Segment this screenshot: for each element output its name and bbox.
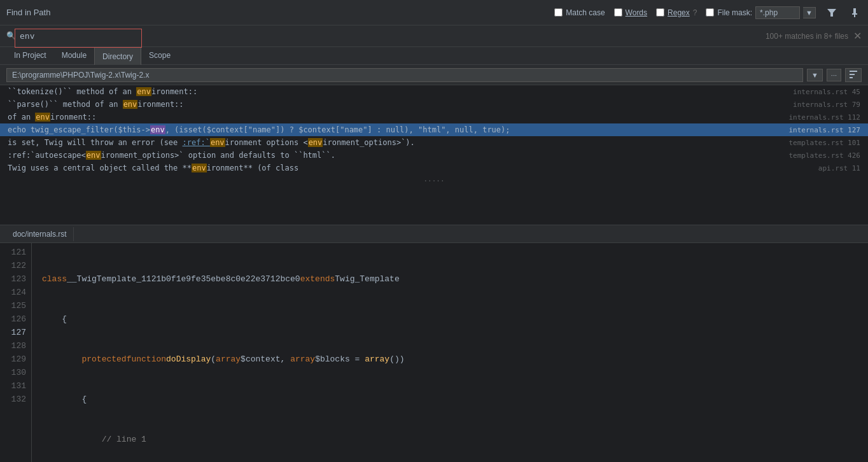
env-match: env: [308, 138, 323, 147]
env-match: env: [210, 138, 225, 147]
results-dots: .....: [0, 174, 868, 185]
result-location: internals.rst 45: [793, 88, 860, 96]
result-row[interactable]: of an environment:: internals.rst 112: [0, 111, 868, 123]
result-text: Twig uses a central object called the **…: [8, 164, 812, 172]
search-icon: 🔍: [6, 31, 16, 41]
env-match: env: [123, 100, 138, 109]
result-text: ``parse()`` method of an environment::: [8, 100, 787, 109]
pin-icon: [850, 8, 859, 17]
match-count: 100+ matches in 8+ files: [766, 32, 848, 41]
code-area[interactable]: class __TwigTemplate_1121b0f1e9fe35ebe8c…: [32, 243, 868, 462]
tab-scope[interactable]: Scope: [141, 47, 178, 65]
svg-rect-4: [850, 71, 857, 72]
svg-rect-3: [854, 15, 855, 17]
env-match: env: [136, 87, 151, 96]
regex-checkbox[interactable]: [656, 8, 664, 17]
directory-extra-button[interactable]: ···: [827, 69, 841, 81]
line-num: 123: [8, 272, 26, 286]
directory-input[interactable]: [6, 68, 803, 82]
pin-icon-btn[interactable]: [848, 7, 862, 18]
toolbar-title: Find in Path: [6, 8, 50, 17]
result-row[interactable]: ``parse()`` method of an environment:: i…: [0, 98, 868, 111]
match-case-checkbox[interactable]: [554, 8, 563, 17]
result-row[interactable]: ``tokenize()`` method of an environment:…: [0, 85, 868, 98]
regex-label: Regex: [668, 8, 690, 17]
words-checkbox[interactable]: [614, 8, 622, 17]
code-line-122: {: [42, 312, 868, 326]
match-case-label: Match case: [566, 8, 605, 17]
code-line-123: protected function doDisplay(array $cont…: [42, 353, 868, 366]
editor-tab[interactable]: doc/internals.rst: [6, 227, 74, 241]
search-bar: 🔍 100+ matches in 8+ files ✕: [0, 25, 868, 47]
env-match: env: [86, 151, 101, 160]
search-input-wrap: [20, 31, 766, 41]
svg-rect-1: [853, 8, 856, 13]
line-num: 122: [8, 259, 26, 272]
filter-icon: [827, 8, 836, 17]
close-search-button[interactable]: ✕: [853, 31, 862, 41]
result-row[interactable]: is set, Twig will throw an error (see :r…: [0, 136, 868, 149]
code-line-121: class __TwigTemplate_1121b0f1e9fe35ebe8c…: [42, 272, 868, 286]
result-location: api.rst 11: [818, 164, 860, 172]
regex-option[interactable]: Regex ?: [656, 8, 697, 17]
file-mask-checkbox[interactable]: [706, 8, 714, 17]
editor-tab-bar: doc/internals.rst: [0, 225, 868, 243]
file-mask-option: File mask: ▼: [706, 6, 816, 19]
directory-dropdown-button[interactable]: ▼: [807, 69, 823, 81]
result-location: templates.rst 101: [788, 139, 860, 147]
results-panel[interactable]: ``tokenize()`` method of an environment:…: [0, 85, 868, 225]
result-location: internals.rst 112: [788, 113, 860, 122]
regex-question: ?: [693, 8, 697, 17]
result-text: is set, Twig will throw an error (see :r…: [8, 138, 782, 147]
result-location: internals.rst 127: [788, 126, 860, 134]
result-text: ``tokenize()`` method of an environment:…: [8, 87, 787, 96]
result-text: echo twig_escape_filter($this->env, (iss…: [8, 125, 782, 134]
result-location: templates.rst 426: [788, 151, 860, 160]
env-match-selected: env: [150, 125, 165, 134]
directory-tree-button[interactable]: [845, 68, 862, 82]
file-mask-label-text: File mask:: [717, 8, 752, 17]
search-input[interactable]: [20, 31, 766, 41]
svg-rect-2: [852, 13, 857, 15]
code-line-124: {: [42, 393, 868, 406]
svg-rect-6: [850, 77, 853, 78]
svg-rect-5: [850, 74, 855, 75]
code-line-125: // line 1: [42, 433, 868, 446]
toolbar-options: Match case Words Regex ? File mask: ▼: [554, 6, 862, 19]
env-match: env: [192, 164, 207, 172]
line-num: 127: [8, 326, 26, 339]
tab-directory[interactable]: Directory: [94, 47, 141, 65]
filter-icon-btn[interactable]: [825, 7, 839, 18]
tab-in-project[interactable]: In Project: [6, 47, 54, 65]
result-text: of an environment::: [8, 113, 782, 122]
file-mask-dropdown-btn[interactable]: ▼: [803, 7, 816, 18]
line-num: 132: [8, 393, 26, 406]
line-num: 128: [8, 339, 26, 353]
result-text: :ref:`autoescape<environment_options>` o…: [8, 151, 782, 160]
svg-marker-0: [827, 9, 836, 17]
line-num: 130: [8, 366, 26, 379]
line-num: 131: [8, 379, 26, 393]
match-case-option[interactable]: Match case: [554, 8, 605, 17]
words-option[interactable]: Words: [614, 8, 647, 17]
result-row-selected[interactable]: echo twig_escape_filter($this->env, (iss…: [0, 123, 868, 136]
line-num: 125: [8, 299, 26, 312]
line-num: 126: [8, 312, 26, 326]
line-num: 121: [8, 246, 26, 259]
env-match: env: [35, 113, 50, 122]
scope-tabs: In Project Module Directory Scope: [0, 47, 868, 65]
tree-icon: [850, 71, 857, 78]
directory-bar: ▼ ···: [0, 65, 868, 85]
result-location: internals.rst 79: [793, 101, 860, 109]
line-numbers: 121 122 123 124 125 126 127 128 129 130 …: [0, 243, 32, 462]
words-label: Words: [626, 8, 647, 17]
result-row[interactable]: Twig uses a central object called the **…: [0, 162, 868, 174]
line-num: 124: [8, 286, 26, 299]
line-num: 129: [8, 353, 26, 366]
editor-content: 121 122 123 124 125 126 127 128 129 130 …: [0, 243, 868, 462]
find-in-path-toolbar: Find in Path Match case Words Regex ? Fi…: [0, 0, 868, 25]
file-mask-input[interactable]: [755, 6, 800, 19]
result-row[interactable]: :ref:`autoescape<environment_options>` o…: [0, 149, 868, 162]
tab-module[interactable]: Module: [54, 47, 94, 65]
